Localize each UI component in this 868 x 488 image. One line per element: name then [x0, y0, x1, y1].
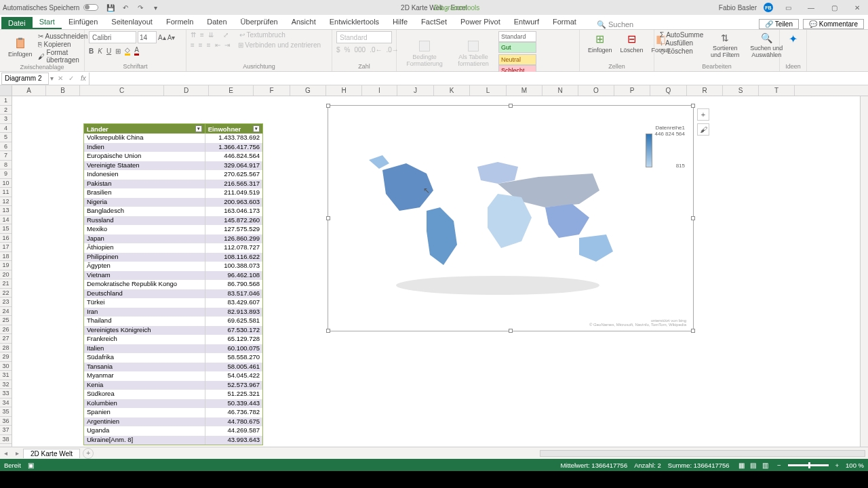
decrease-font-icon[interactable]: A▾ [167, 34, 176, 41]
column-header[interactable]: Q [650, 85, 687, 96]
column-header[interactable]: S [723, 85, 759, 96]
row-header[interactable]: 19 [0, 261, 12, 270]
row-header[interactable]: 21 [0, 279, 12, 289]
row-header[interactable]: 38 [0, 435, 12, 445]
underline-button[interactable]: U [106, 47, 111, 55]
tab-file[interactable]: Datei [1, 17, 33, 29]
row-header[interactable]: 31 [0, 371, 12, 380]
column-header[interactable]: P [614, 85, 650, 96]
number-format-select[interactable]: Standard [336, 31, 392, 43]
column-header[interactable]: O [578, 85, 614, 96]
search-label[interactable]: Suchen [608, 20, 633, 28]
column-header[interactable]: A [12, 85, 46, 96]
page-layout-view-icon[interactable]: ▤ [748, 462, 758, 469]
zoom-in-button[interactable]: + [835, 462, 840, 469]
row-header[interactable]: 13 [0, 206, 12, 216]
qat-custom-icon[interactable]: ▾ [151, 3, 159, 12]
formula-input[interactable] [89, 73, 868, 85]
align-left-icon[interactable]: ≡ [191, 41, 195, 49]
align-right-icon[interactable]: ≡ [207, 41, 211, 49]
row-header[interactable]: 27 [0, 334, 12, 344]
cell-style-neutral[interactable]: Neutral [498, 54, 536, 65]
zoom-slider[interactable] [788, 464, 829, 466]
row-header[interactable]: 3 [0, 115, 12, 124]
tab-start[interactable]: Start [33, 16, 62, 29]
fill-button[interactable]: ↓ Ausfüllen [658, 39, 705, 47]
row-header[interactable]: 37 [0, 426, 12, 435]
add-sheet-button[interactable]: + [83, 448, 94, 459]
column-header[interactable]: E [209, 85, 254, 96]
save-icon[interactable]: 💾 [106, 3, 115, 12]
cut-button[interactable]: ✂ Ausschneiden [37, 33, 90, 40]
horizontal-scrollbar[interactable] [540, 450, 865, 457]
table-row[interactable]: Vereinigte Staaten329.064.917 [84, 161, 262, 171]
table-row[interactable]: Ägypten100.388.073 [84, 262, 262, 271]
row-header[interactable]: 1 [0, 96, 12, 106]
percent-icon[interactable]: % [344, 46, 351, 54]
column-header[interactable]: C [80, 85, 164, 96]
tab-entwicklertools[interactable]: Entwicklertools [323, 16, 386, 29]
row-header[interactable]: 8 [0, 161, 12, 170]
ribbon-mode-icon[interactable]: ▭ [780, 4, 796, 12]
tab-überprüfen[interactable]: Überprüfen [234, 16, 285, 29]
cell-style-gut[interactable]: Gut [498, 42, 536, 53]
bold-button[interactable]: B [89, 47, 94, 55]
align-top-icon[interactable]: ⇈ [191, 31, 196, 39]
row-header[interactable]: 5 [0, 133, 12, 142]
wrap-text-button[interactable]: ↩ Textumbruch [239, 31, 285, 39]
table-row[interactable]: Japan126.860.299 [84, 235, 262, 244]
macro-record-icon[interactable]: ▣ [28, 462, 34, 469]
table-row[interactable]: Vereinigtes Königreich67.530.172 [84, 326, 262, 336]
tab-format[interactable]: Format [546, 16, 583, 29]
user-avatar[interactable]: FB [764, 3, 773, 12]
column-header[interactable]: J [397, 85, 434, 96]
row-header[interactable]: 9 [0, 169, 12, 179]
tab-power pivot[interactable]: Power Pivot [454, 16, 507, 29]
table-row[interactable]: Uganda44.269.587 [84, 426, 262, 436]
chart-elements-button[interactable]: + [697, 108, 709, 121]
table-row[interactable]: Deutschland83.517.046 [84, 289, 262, 299]
fx-icon[interactable]: fx [78, 75, 89, 82]
row-header[interactable]: 36 [0, 417, 12, 426]
column-header[interactable]: I [362, 85, 397, 96]
table-row[interactable]: Nigeria200.963.603 [84, 198, 262, 207]
orientation-icon[interactable]: ⤢ [223, 31, 229, 39]
row-header[interactable]: 30 [0, 362, 12, 371]
fill-color-button[interactable]: ◇ [125, 46, 130, 56]
table-row[interactable]: Indonesien270.625.567 [84, 170, 262, 180]
format-painter-button[interactable]: 🖌 Format übertragen [37, 49, 90, 64]
table-row[interactable]: Mexiko127.575.529 [84, 225, 262, 235]
autosave-toggle[interactable] [83, 4, 98, 11]
table-row[interactable]: Europäische Union446.824.564 [84, 152, 262, 161]
sheet-nav-next-icon[interactable]: ▸ [12, 449, 23, 457]
normal-view-icon[interactable]: ▦ [736, 462, 747, 469]
increase-font-icon[interactable]: A▴ [158, 34, 166, 41]
row-header[interactable]: 32 [0, 380, 12, 390]
column-header[interactable]: K [434, 85, 470, 96]
row-header[interactable]: 7 [0, 151, 12, 161]
share-button[interactable]: 🔗 Teilen [759, 19, 799, 29]
table-row[interactable]: Pakistan216.565.317 [84, 180, 262, 189]
column-header[interactable]: D [164, 85, 209, 96]
tab-hilfe[interactable]: Hilfe [386, 16, 414, 29]
name-box[interactable]: Diagramm 2 [1, 73, 49, 85]
worksheet-grid[interactable]: Länder▾ Einwohner▾ Volksrepublik China1.… [12, 96, 860, 447]
undo-icon[interactable]: ↶ [121, 3, 130, 12]
tab-factset[interactable]: FactSet [414, 16, 454, 29]
row-header[interactable]: 16 [0, 234, 12, 243]
column-header[interactable]: N [542, 85, 578, 96]
table-row[interactable]: Iran82.913.893 [84, 308, 262, 317]
table-row[interactable]: Spanien46.736.782 [84, 408, 262, 418]
column-header[interactable]: F [254, 85, 290, 96]
table-row[interactable]: Myanmar54.045.422 [84, 371, 262, 381]
currency-icon[interactable]: $ [336, 46, 340, 54]
table-row[interactable]: Argentinien44.780.675 [84, 418, 262, 427]
column-header[interactable]: M [507, 85, 542, 96]
font-color-button[interactable]: A [134, 46, 139, 56]
indent-dec-icon[interactable]: ⇤ [215, 41, 220, 49]
table-row[interactable]: Philippinen108.116.622 [84, 253, 262, 262]
table-row[interactable]: Türkei83.429.607 [84, 298, 262, 308]
table-row[interactable]: Äthiopien112.078.727 [84, 243, 262, 253]
column-header[interactable]: H [326, 85, 362, 96]
chart-styles-button[interactable]: 🖌 [697, 123, 709, 136]
